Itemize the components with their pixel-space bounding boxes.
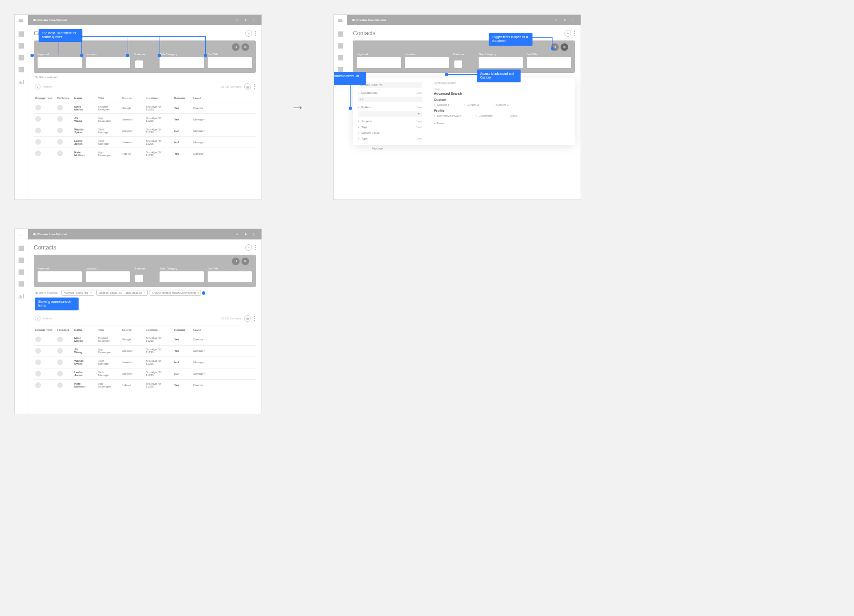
filter-chip-area[interactable]: Area Of Interest: Health Care/Nursing×	[150, 290, 201, 296]
filter-chip-keyword[interactable]: Keyword: "Nurse RN"×	[61, 290, 94, 296]
filter-more-icon[interactable]	[251, 43, 252, 49]
location-input[interactable]	[86, 57, 130, 68]
more-icon[interactable]: ⋮	[572, 18, 576, 22]
table-header: Engagement Fit Score Name Title Source L…	[34, 94, 256, 102]
greeting-org: from Alphabet	[49, 19, 67, 21]
search-icon[interactable]: ⌕	[555, 18, 560, 22]
table-row[interactable]: LeslieJonesTechManagerLinkedinBrooklyn N…	[34, 368, 256, 379]
location-input[interactable]	[405, 57, 449, 68]
contacts-icon[interactable]	[19, 43, 24, 49]
table-row[interactable]: MarcMaronProductDesignerGoogleBrooklyn N…	[34, 102, 256, 113]
expand-filters-button[interactable]: ⇅	[561, 43, 568, 51]
dashboard-icon[interactable]	[338, 31, 343, 37]
view-toggle-button[interactable]: ▦	[244, 83, 251, 90]
keyword-input[interactable]	[38, 271, 82, 282]
briefcase-icon[interactable]	[338, 55, 343, 60]
distance-unit-input[interactable]	[135, 60, 143, 68]
page-more-icon[interactable]	[255, 31, 256, 36]
distance-unit-input[interactable]	[135, 275, 143, 282]
annotation-common-left: More common filters On left	[347, 72, 366, 85]
dd-opt-summary[interactable]: +Summary/Keyword	[434, 114, 461, 117]
jobtitle-input[interactable]	[208, 57, 252, 68]
location-input[interactable]	[86, 271, 130, 282]
filter-label-keyword: Keyword	[38, 53, 82, 56]
table-row[interactable]: AliWongAppDeveloperLinkedinBrooklyn NY11…	[34, 113, 256, 125]
menu-icon[interactable]	[338, 20, 343, 25]
filter-more-icon[interactable]	[251, 258, 252, 263]
dd-folders[interactable]: Folders	[362, 106, 416, 109]
jobtitle-input[interactable]	[527, 57, 571, 68]
remove-chip-icon[interactable]: ×	[144, 291, 146, 294]
jobtitle-input[interactable]	[208, 271, 252, 282]
contacts-icon[interactable]	[338, 43, 343, 49]
expand-filters-button[interactable]: ⇅	[241, 43, 249, 51]
user-icon[interactable]: ▲	[244, 232, 249, 237]
keyword-input[interactable]	[38, 57, 82, 68]
reset-filters-button[interactable]: ↺	[232, 43, 240, 51]
distance-unit-input[interactable]	[454, 60, 462, 68]
more-icon[interactable]: ⋮	[252, 232, 257, 237]
filter-bar: ↺ ⇅ Keyword Location Distance Sub Catego…	[34, 255, 256, 287]
menu-icon[interactable]	[19, 20, 24, 25]
dd-opt-custom1[interactable]: +Custom 1	[434, 103, 449, 106]
actions-dropdown-button[interactable]: ▸	[35, 84, 40, 89]
top-bar: Hi, Chelsea from Alphabet ⌕▲⋮	[28, 229, 261, 239]
dd-opt-notes[interactable]: +Notes	[434, 122, 444, 125]
reset-filters-button[interactable]: ↺	[232, 258, 240, 265]
toolbar-more-icon[interactable]	[254, 316, 255, 321]
sidebar-nav	[15, 229, 28, 414]
dd-opt-custom3[interactable]: +Custom 3	[493, 103, 508, 106]
filter-chip-location[interactable]: Location: Dallas, TX - 76881 Radi(20)×	[96, 290, 148, 296]
table-row[interactable]: LeslieJonesTechManagerLinkedinBrooklyn N…	[34, 136, 256, 148]
contacts-icon[interactable]	[19, 258, 24, 263]
dashboard-icon[interactable]	[19, 31, 24, 37]
search-icon[interactable]: ⌕	[236, 232, 241, 237]
dd-type[interactable]: Type	[362, 137, 416, 140]
menu-icon[interactable]	[19, 234, 24, 239]
dd-tags[interactable]: Tags	[362, 126, 416, 129]
subcategory-input[interactable]	[160, 271, 204, 282]
dd-engagement[interactable]: Engagement	[362, 91, 416, 94]
dd-opt-custom2[interactable]: +Custom 2	[463, 103, 479, 106]
table-row[interactable]: MarcMaronProductDesignerGoogleBrooklyn N…	[34, 334, 256, 345]
table-row[interactable]: AliWongAppDeveloperLinkedinBrooklyn NY11…	[34, 345, 256, 357]
page-more-icon[interactable]	[255, 245, 256, 250]
search-icon[interactable]: ⌕	[236, 18, 241, 22]
analytics-icon[interactable]	[19, 293, 24, 298]
table-row[interactable]: KateMcKinonAppDeveloperIndeedBrooklyn NY…	[34, 379, 256, 391]
remove-chip-icon[interactable]: ×	[90, 291, 92, 294]
table-row[interactable]: KateMcKinonAppDeveloperIndeedBrooklyn NY…	[34, 148, 256, 159]
folder-icon[interactable]	[19, 67, 24, 72]
dashboard-icon[interactable]	[19, 246, 24, 251]
toolbar-more-icon[interactable]	[254, 84, 255, 89]
add-contact-button[interactable]: +	[245, 244, 252, 251]
advanced-filters-dropdown: 10/21/19 - 10/21/20 +EngagementClear 2-8…	[353, 78, 575, 145]
engagement-value-input[interactable]: 2-8	[358, 97, 422, 102]
briefcase-icon[interactable]	[19, 55, 24, 60]
remove-chip-icon[interactable]: ×	[197, 291, 199, 294]
dd-customfields[interactable]: Custom Fields	[362, 131, 422, 134]
table-row[interactable]: WandaSykesTechManagerLinkedinBrooklyn NY…	[34, 357, 256, 368]
more-icon[interactable]: ⋮	[252, 18, 257, 22]
page-more-icon[interactable]	[574, 31, 575, 36]
view-toggle-button[interactable]: ▦	[244, 315, 251, 322]
user-icon[interactable]: ▲	[244, 18, 249, 22]
subcategory-input[interactable]	[479, 57, 523, 68]
analytics-icon[interactable]	[19, 79, 24, 84]
expand-filters-button[interactable]: ⇅	[241, 258, 249, 265]
date-range-input[interactable]: 10/21/19 - 10/21/20	[358, 82, 422, 88]
dd-scorefit[interactable]: Score fit	[362, 120, 416, 123]
briefcase-icon[interactable]	[19, 269, 24, 275]
filter-more-icon[interactable]	[570, 43, 571, 49]
table-row[interactable]: WandaSykesTechManagerLinkedinBrooklyn NY…	[34, 125, 256, 136]
dd-opt-experience[interactable]: +Experience	[475, 114, 493, 117]
keyword-input[interactable]	[357, 57, 401, 68]
folders-select[interactable]	[358, 111, 422, 117]
subcategory-input[interactable]	[160, 57, 204, 68]
add-contact-button[interactable]: +	[564, 30, 571, 37]
actions-dropdown-button[interactable]: ▸	[35, 316, 40, 321]
dd-opt-skills[interactable]: +Skills	[507, 114, 517, 117]
folder-icon[interactable]	[19, 281, 24, 287]
add-contact-button[interactable]: +	[245, 30, 252, 37]
user-icon[interactable]: ▲	[563, 18, 568, 22]
